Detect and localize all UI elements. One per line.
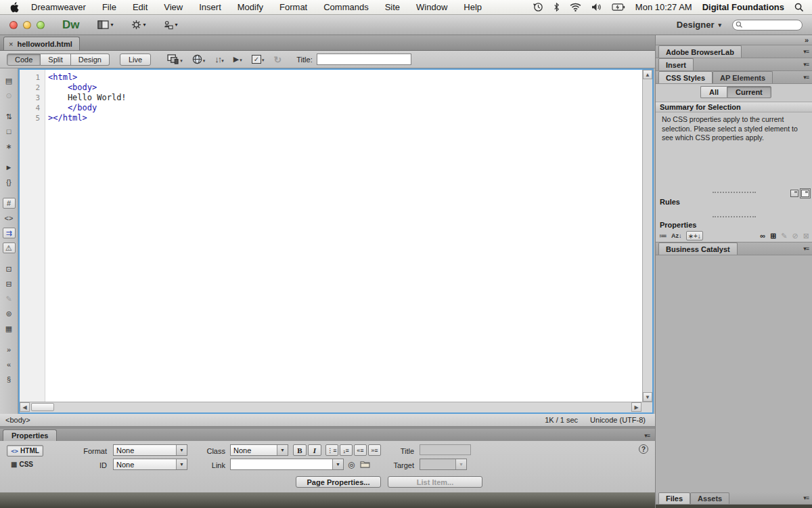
- indent-button[interactable]: »≡: [368, 444, 381, 456]
- point-to-file-icon[interactable]: ◎: [348, 460, 355, 469]
- browserlab-panel-tab[interactable]: Adobe BrowserLab: [658, 45, 742, 58]
- apply-comment-icon[interactable]: ⊡: [3, 263, 16, 274]
- open-documents-icon[interactable]: ▤: [3, 75, 16, 86]
- scroll-left-icon[interactable]: ◀: [20, 402, 30, 412]
- panel-menu-icon[interactable]: ▾≡: [803, 245, 809, 252]
- time-machine-icon[interactable]: [533, 2, 543, 12]
- workspace-switcher[interactable]: Designer ▾: [677, 20, 721, 30]
- panel-menu-icon[interactable]: ▾≡: [803, 74, 809, 81]
- info-bar-icon[interactable]: ⇉: [3, 228, 16, 238]
- move-convert-css-icon[interactable]: ▦: [3, 323, 16, 334]
- menu-item[interactable]: Site: [385, 2, 400, 12]
- document-title-input[interactable]: [317, 54, 411, 65]
- multiscreen-preview-button[interactable]: ▾: [167, 54, 183, 64]
- page-properties-button[interactable]: Page Properties...: [296, 476, 381, 488]
- class-dropdown[interactable]: None ▼: [230, 444, 288, 456]
- files-panel-tab[interactable]: Files: [658, 492, 690, 504]
- menu-item[interactable]: View: [164, 2, 183, 12]
- outdent-button[interactable]: «≡: [354, 444, 367, 456]
- format-dropdown[interactable]: None ▼: [113, 444, 187, 456]
- file-management-button[interactable]: ↓↑ ▾: [215, 54, 224, 64]
- apple-menu-icon[interactable]: [9, 2, 19, 13]
- menu-item[interactable]: Help: [464, 2, 482, 12]
- html-properties-button[interactable]: <> HTML: [7, 445, 43, 457]
- design-view-button[interactable]: Design: [71, 54, 110, 66]
- minimize-window-button[interactable]: [23, 21, 31, 29]
- code-line[interactable]: 4 </body: [20, 103, 641, 113]
- panel-menu-icon[interactable]: ▾≡: [803, 494, 809, 501]
- business-catalyst-panel-tab[interactable]: Business Catalyst: [658, 242, 738, 255]
- live-view-options-button[interactable]: ▶ ▾: [233, 55, 242, 64]
- italic-button[interactable]: I: [308, 444, 321, 456]
- show-category-view-icon[interactable]: ≔: [659, 231, 667, 240]
- code-line[interactable]: 5 ></html>: [20, 113, 641, 123]
- menubar-account[interactable]: Digital Foundations: [702, 2, 784, 12]
- expand-all-icon[interactable]: ∗: [3, 141, 16, 152]
- spotlight-icon[interactable]: [794, 3, 804, 12]
- browse-folder-icon[interactable]: [360, 460, 370, 469]
- scroll-right-icon[interactable]: ▶: [631, 402, 641, 412]
- wrap-tag-icon[interactable]: ✎: [3, 293, 16, 304]
- bluetooth-icon[interactable]: [554, 2, 560, 12]
- select-parent-tag-icon[interactable]: ►: [3, 162, 16, 173]
- code-line[interactable]: 2 <body>: [20, 83, 641, 93]
- menu-item[interactable]: Insert: [199, 2, 221, 12]
- tag-selector-body[interactable]: <body>: [5, 416, 30, 424]
- preview-in-browser-button[interactable]: ▾: [192, 54, 206, 64]
- menu-item[interactable]: Edit: [133, 2, 148, 12]
- indent-code-icon[interactable]: »: [3, 344, 16, 355]
- zoom-window-button[interactable]: [37, 21, 45, 29]
- scroll-down-icon[interactable]: ▼: [643, 392, 652, 402]
- bold-button[interactable]: B: [293, 444, 307, 456]
- wifi-icon[interactable]: [570, 3, 581, 12]
- link-input[interactable]: ▼: [230, 459, 344, 470]
- horizontal-scrollbar[interactable]: ◀ ▶: [20, 402, 652, 412]
- code-line[interactable]: 1 <html>: [20, 72, 641, 83]
- close-tab-icon[interactable]: ×: [9, 40, 13, 48]
- split-view-button[interactable]: Split: [41, 54, 70, 66]
- attach-stylesheet-icon[interactable]: ∞: [760, 232, 765, 240]
- volume-icon[interactable]: [591, 3, 602, 12]
- assets-panel-tab[interactable]: Assets: [690, 492, 729, 504]
- collapse-full-tag-icon[interactable]: ⇅: [3, 111, 16, 122]
- recent-snippets-icon[interactable]: ⊚: [3, 308, 16, 319]
- code-editor[interactable]: 1 <html> 2 <body> 3 Hello World! 4 </bod…: [18, 68, 654, 414]
- insert-panel-tab[interactable]: Insert: [658, 58, 694, 70]
- css-styles-panel-tab[interactable]: CSS Styles: [658, 71, 713, 83]
- show-set-properties-icon[interactable]: ∗+↓: [686, 231, 703, 240]
- menu-item[interactable]: Modify: [238, 2, 263, 12]
- show-list-view-icon[interactable]: Az↓: [671, 232, 682, 239]
- code-view-button[interactable]: Code: [7, 54, 41, 66]
- vertical-scrollbar[interactable]: ▲ ▼: [642, 70, 652, 402]
- section-resize-handle[interactable]: [656, 215, 812, 218]
- site-management-button[interactable]: ▾: [164, 20, 178, 30]
- validate-markup-button[interactable]: ✓ ▾: [252, 55, 265, 64]
- panel-menu-icon[interactable]: ▾≡: [803, 48, 809, 55]
- line-numbers-icon[interactable]: #: [3, 198, 16, 209]
- document-tab[interactable]: × helloworld.html: [3, 37, 80, 50]
- format-source-code-icon[interactable]: §: [3, 374, 16, 385]
- menu-item[interactable]: Dreamweaver: [31, 2, 86, 12]
- collapse-to-icons-button[interactable]: »: [805, 36, 809, 44]
- scroll-up-icon[interactable]: ▲: [643, 70, 652, 79]
- menu-item[interactable]: Commands: [323, 2, 368, 12]
- panel-menu-icon[interactable]: ▾≡: [644, 432, 650, 439]
- scrollbar-thumb[interactable]: [31, 403, 54, 411]
- unordered-list-button[interactable]: ⋮≡: [325, 444, 338, 456]
- menubar-clock[interactable]: Mon 10:27 AM: [635, 2, 692, 12]
- id-dropdown[interactable]: None ▼: [113, 459, 187, 470]
- panel-menu-icon[interactable]: ▾≡: [803, 61, 809, 68]
- current-mode-button[interactable]: Current: [727, 86, 771, 98]
- highlight-invalid-code-icon[interactable]: <>: [3, 213, 16, 224]
- close-window-button[interactable]: [9, 21, 18, 29]
- help-search-input[interactable]: [732, 20, 803, 30]
- css-properties-button[interactable]: ▦ CSS: [11, 461, 33, 468]
- all-mode-button[interactable]: All: [700, 86, 727, 98]
- new-css-rule-icon[interactable]: ⊞: [770, 232, 776, 240]
- ap-elements-panel-tab[interactable]: AP Elements: [713, 71, 773, 83]
- balance-braces-icon[interactable]: {}: [3, 177, 16, 188]
- extend-dreamweaver-button[interactable]: ▾: [131, 20, 146, 30]
- outdent-code-icon[interactable]: «: [3, 359, 16, 370]
- menu-item[interactable]: Window: [416, 2, 447, 12]
- layout-switcher-button[interactable]: ▾: [97, 20, 114, 29]
